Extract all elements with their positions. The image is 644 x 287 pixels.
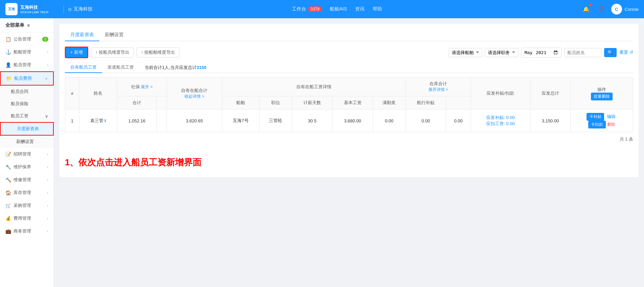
deduct-value: 应扣工资: 0.00 — [474, 121, 527, 127]
maintenance-arrow: › — [47, 165, 48, 169]
delete-btn[interactable]: 删除 — [607, 122, 615, 127]
th-social-expand[interactable]: 展开 > — [141, 85, 152, 89]
edit-link[interactable]: 编辑 — [607, 114, 616, 119]
sidebar-item-repair[interactable]: 🔨 维修管理 › — [0, 173, 54, 186]
tab-monthly-salary[interactable]: 月度薪资表 — [65, 29, 99, 41]
cell-nav-subsidy: 0.00 — [405, 110, 446, 132]
cell-own-total: 3,620.65 — [167, 110, 222, 132]
sidebar-item-business[interactable]: 💼 商务管理 › — [0, 225, 54, 238]
th-total: 应发总计 — [530, 77, 571, 110]
salary-table: # 姓名 社保 展开 > 自有在船合计 收起详情 > 自有在船工资详情 — [65, 77, 633, 132]
business-arrow: › — [47, 229, 48, 233]
recruit-icon: 📝 — [5, 151, 11, 157]
batch-delete-btn[interactable]: 批量删除 — [591, 93, 613, 100]
purchase-arrow: › — [47, 204, 48, 208]
logo-text: 互海科技 — [20, 4, 48, 10]
cell-no: 1 — [65, 110, 79, 132]
tab-salary-settings[interactable]: 薪酬设置 — [99, 29, 129, 41]
reset-btn[interactable]: 重置 ↺ — [619, 49, 633, 55]
crew-mgmt-icon: 👤 — [5, 62, 11, 68]
th-base-salary: 基本工资 — [332, 96, 373, 110]
ship-cost-icon: 📁 — [6, 76, 11, 81]
sub-tab-dispatch-crew[interactable]: 派遣船员工资 — [102, 62, 139, 73]
nav-brand-secondary[interactable]: ⊙ 互海科技 — [68, 6, 93, 12]
logo-subtext: OCEAN LINK TECH — [20, 10, 48, 14]
summary-amount: 3150 — [197, 65, 206, 70]
announcement-badge: 0 — [42, 37, 48, 42]
sidebar-toggle[interactable]: ≡ — [27, 23, 30, 28]
top-nav: 互海 互海科技 OCEAN LINK TECH ⊙ 互海科技 工作台 3379 … — [0, 0, 644, 18]
subsidy-value: 应发补贴: 0.00 — [474, 115, 527, 121]
nav-help[interactable]: 帮助 — [373, 6, 382, 12]
sidebar-item-announcement[interactable]: 📋 公告管理 0 — [0, 33, 54, 46]
expense-icon: 💰 — [5, 216, 11, 221]
sidebar-item-inventory[interactable]: 🏠 库存管理 › — [0, 186, 54, 199]
nav-ship-ais[interactable]: 船舶AIS — [330, 6, 347, 12]
ship-mgmt-arrow: › — [47, 50, 48, 54]
info-icon[interactable]: ℹ — [104, 118, 106, 123]
cell-warehouse-total: 0.00 — [446, 110, 471, 132]
sidebar-item-expense[interactable]: 💰 费用管理 › — [0, 212, 54, 225]
add-deduct-btn[interactable]: 卡扣款 — [588, 121, 606, 128]
cell-name: 袁三管 ℹ — [79, 110, 117, 132]
th-warehouse-group: 在库合计展开详情 > — [405, 77, 471, 96]
th-full-attendance: 满勤奖 — [373, 96, 405, 110]
notification-badge — [589, 3, 592, 6]
name-input[interactable] — [564, 48, 601, 57]
sidebar: 全部菜单 ≡ 📋 公告管理 0 ⚓ 船舶管理 › 👤 船员管理 › 📁 船员费用… — [0, 18, 54, 287]
th-own-total: 自有在船合计 收起详情 > — [167, 77, 222, 110]
table-row: 1 袁三管 ℹ 1,052.16 3,620.65 互海7号 三管轮 30.5 … — [65, 110, 633, 132]
cell-grand-total: 3,150.00 — [530, 110, 571, 132]
sidebar-item-salary-settings[interactable]: 薪酬设置 — [0, 136, 54, 148]
search-btn[interactable]: 🔍 — [604, 48, 617, 57]
export-crew-btn[interactable]: ↑ 按船员维度导出 — [91, 47, 134, 57]
ship-select[interactable]: 请选择船舶 — [449, 48, 482, 57]
sidebar-item-ship-mgmt[interactable]: ⚓ 船舶管理 › — [0, 46, 54, 58]
user-menu[interactable]: C Connie — [611, 4, 639, 15]
toolbar: + 新增 ↑ 按船员维度导出 ↑ 按船舶维度导出 请选择船舶 请选择职务 🔍 重… — [65, 47, 633, 58]
summary-text: 当前合计1人,当月应发总计3150 — [145, 65, 206, 71]
sidebar-sub-menu: 船员合同 船员保险 船员工资 ∨ 月度薪资表 薪酬设置 — [0, 86, 54, 148]
export-ship-btn[interactable]: ↑ 按船舶维度导出 — [137, 47, 179, 57]
th-position: 职位 — [259, 96, 292, 110]
add-button[interactable]: + 新增 — [65, 47, 88, 58]
sidebar-item-crew-mgmt[interactable]: 👤 船员管理 › — [0, 58, 54, 71]
date-input[interactable] — [521, 48, 562, 57]
nav-center: 工作台 3379 船舶AIS 资讯 帮助 — [93, 6, 581, 12]
cell-position: 三管轮 — [259, 110, 292, 132]
sidebar-item-monthly-salary[interactable]: 月度薪资表 — [0, 122, 54, 136]
sidebar-item-crew-insurance[interactable]: 船员保险 — [0, 98, 54, 110]
nav-news[interactable]: 资讯 — [355, 6, 365, 12]
layout: 全部菜单 ≡ 📋 公告管理 0 ⚓ 船舶管理 › 👤 船员管理 › 📁 船员费用… — [0, 18, 644, 287]
inventory-icon: 🏠 — [5, 190, 11, 195]
nav-workbench-btn[interactable]: 工作台 3379 — [292, 6, 322, 12]
th-warehouse-total — [446, 96, 530, 110]
expense-arrow: › — [47, 216, 48, 220]
pagination: 共 1 条 — [65, 132, 633, 146]
nav-badge: 3379 — [308, 6, 322, 12]
position-select[interactable]: 请选择职务 — [485, 48, 518, 57]
purchase-icon: 🛒 — [5, 203, 11, 208]
th-calc-days: 计薪天数 — [292, 96, 332, 110]
sidebar-item-purchase[interactable]: 🛒 采购管理 › — [0, 199, 54, 212]
th-ship: 船舶 — [222, 96, 259, 110]
ship-cost-arrow: ∨ — [45, 76, 48, 81]
logo: 互海 互海科技 OCEAN LINK TECH — [5, 3, 59, 15]
sidebar-item-crew-salary-group[interactable]: 船员工资 ∨ — [0, 110, 54, 122]
th-warehouse-expand[interactable]: 展开详情 > — [428, 87, 448, 92]
th-own-detail[interactable]: 收起详情 > — [184, 94, 204, 99]
annotation-text: 1、依次点击进入船员工资新增界面 — [65, 153, 633, 172]
notification-btn[interactable]: 🔔 — [581, 4, 591, 14]
maintenance-icon: 🔧 — [5, 164, 11, 170]
sidebar-item-maintenance[interactable]: 🔧 维护保养 › — [0, 161, 54, 173]
sidebar-item-ship-cost[interactable]: 📁 船员费用 ∨ — [0, 71, 54, 86]
cell-actions: 卡补贴 编辑 卡扣款 删除 — [571, 110, 633, 132]
sub-tab-own-crew[interactable]: 自有船员工资 — [65, 62, 102, 73]
nav-right: 🔔 ❓ C Connie — [581, 4, 639, 15]
th-nav-subsidy: 航行补贴 — [405, 96, 446, 110]
sidebar-item-crew-contract[interactable]: 船员合同 — [0, 86, 54, 98]
add-subsidy-btn[interactable]: 卡补贴 — [587, 113, 604, 121]
sidebar-item-recruit[interactable]: 📝 招聘管理 › — [0, 148, 54, 161]
help-btn[interactable]: ❓ — [596, 4, 606, 14]
main-content: 月度薪资表 薪酬设置 + 新增 ↑ 按船员维度导出 ↑ 按船舶维度导出 请选择船… — [54, 18, 644, 287]
